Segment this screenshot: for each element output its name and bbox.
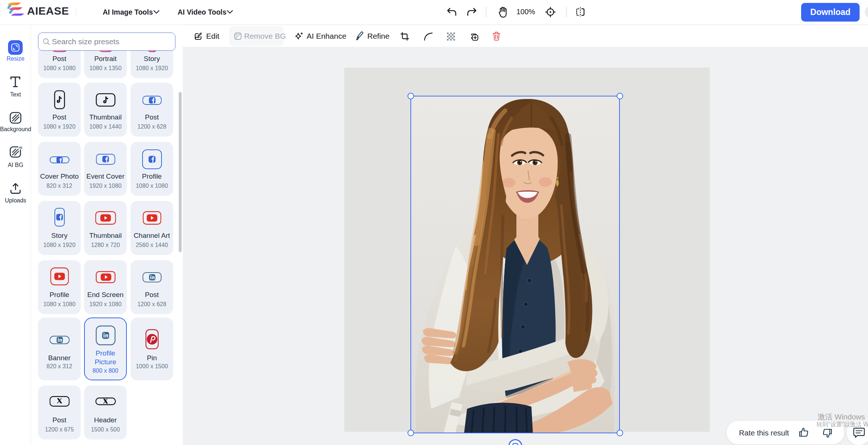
svg-text:AI: AI — [19, 146, 22, 149]
